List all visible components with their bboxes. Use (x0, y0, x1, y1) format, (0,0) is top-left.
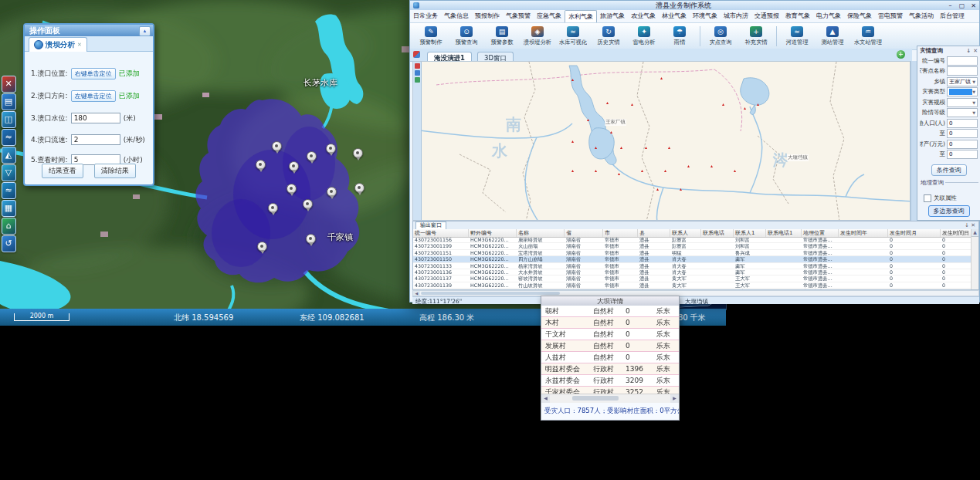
location-pin[interactable] (272, 141, 282, 151)
close-button[interactable]: ✕ (968, 2, 979, 9)
table-row[interactable]: 430723001137HCM3G62220…窑坡湾滑坡湖南省常德市澧县黄大军王… (413, 275, 972, 282)
toolbar-button-alert-params[interactable]: ▤预警参数 (484, 26, 520, 46)
gis-map-view[interactable]: 南 水 涔 王家厂镇 大堰垱镇 ▴▴▴▴▴▴▴▴▴▴▴▴▴▴▴▴▴▴▴▴▴▴▴▴ (412, 61, 910, 221)
input-field[interactable]: 0 (947, 140, 978, 149)
select-field[interactable]: ▼ (947, 108, 978, 117)
toolbar-button-lightning[interactable]: ✦雷电分析 (626, 26, 662, 46)
pick-position-button[interactable]: 右键单击定位 (71, 68, 116, 79)
menu-item-5[interactable]: 应急气象 (534, 10, 565, 22)
station-marker-icon[interactable]: ▴ (587, 117, 589, 122)
toolbar-button-station[interactable]: ▲测站管理 (815, 26, 850, 46)
toolbar-button-disaster-point[interactable]: ◎灾点查询 (703, 26, 738, 46)
menu-item-17[interactable]: 气象活动 (906, 10, 937, 22)
maximize-button[interactable]: ▢ (956, 2, 968, 9)
menu-item-13[interactable]: 教育气象 (782, 10, 813, 22)
menu-item-1[interactable]: 日常业务 (410, 10, 441, 22)
station-marker-icon[interactable]: ▴ (606, 100, 609, 105)
column-header[interactable]: 县 (638, 229, 670, 237)
station-marker-icon[interactable]: ▴ (610, 130, 612, 134)
location-pin[interactable] (256, 160, 266, 170)
menu-item-12[interactable]: 交通预报 (751, 10, 782, 22)
location-pin[interactable] (303, 199, 313, 209)
location-pin[interactable] (307, 151, 317, 161)
input-field[interactable] (947, 56, 978, 66)
add-tab-button[interactable]: + (897, 50, 905, 59)
output-tab[interactable]: 输出窗口 (415, 221, 446, 229)
column-header[interactable]: 联系人 (670, 229, 701, 237)
village-row[interactable]: 明益村委会行政村1396乐东 (541, 363, 679, 375)
column-header[interactable]: 联系人1 (734, 229, 766, 237)
table-row[interactable]: 430723001133HCM3G62220…杨家湾滑坡湖南省常德市澧县肖大春龚… (413, 263, 972, 269)
input-field[interactable]: 0 (947, 129, 978, 138)
layers-tool-icon[interactable]: ▤ (2, 93, 16, 110)
menu-item-2[interactable]: 气象信息 (441, 10, 472, 22)
scroll-right-icon[interactable]: ▶ (670, 394, 679, 403)
menu-item-4[interactable]: 气象预警 (503, 10, 534, 22)
swipe-tool-icon[interactable]: ◫ (2, 111, 16, 128)
station-marker-icon[interactable]: ▴ (571, 139, 574, 144)
station-marker-icon[interactable]: ▴ (620, 145, 622, 150)
village-row[interactable]: 发展村自然村0乐东 (541, 340, 679, 352)
menu-item-8[interactable]: 农业气象 (628, 10, 659, 22)
table-row[interactable]: 430723001141HCM3G62220…毛家峪崩塌湖南省常德市澧县黄大军王… (413, 289, 972, 289)
input-field[interactable]: 0 (947, 119, 978, 128)
station-marker-icon[interactable]: ▴ (660, 76, 663, 80)
toolbar-button-river[interactable]: ≈河道管理 (779, 26, 815, 46)
vertical-scrollbar[interactable]: ▲ (971, 229, 978, 289)
input-field[interactable]: 0 (947, 150, 978, 159)
close-icon[interactable]: ✕ (973, 48, 978, 54)
station-marker-icon[interactable]: ▴ (656, 187, 659, 191)
menu-item-18[interactable]: 后台管理 (937, 10, 968, 22)
station-marker-icon[interactable]: ▴ (710, 164, 713, 168)
assoc-attr-checkbox[interactable]: 关联属性 (919, 193, 978, 204)
location-pin[interactable] (327, 187, 337, 197)
station-marker-icon[interactable]: ▴ (744, 106, 746, 110)
table-row[interactable]: 430723001199HCM3G62220…火山崩塌湖南省常德市澧县彭显富刘和… (413, 243, 972, 249)
station-marker-icon[interactable]: ▴ (595, 145, 597, 150)
toolbar-button-alert-search[interactable]: ⊙预警查询 (449, 26, 484, 46)
toolbar-button-reservoir[interactable]: ≈水库可视化 (555, 26, 591, 46)
village-row[interactable]: 木村自然村0乐东 (541, 317, 679, 329)
location-pin[interactable] (289, 161, 299, 171)
menu-item-11[interactable]: 城市内涝 (721, 10, 751, 22)
station-marker-icon[interactable]: ▴ (645, 145, 647, 150)
scroll-up-icon[interactable]: ▲ (972, 229, 978, 237)
menu-item-6[interactable]: 水利气象 (565, 10, 597, 22)
column-header[interactable]: 发生时间年 (839, 229, 888, 237)
strip-blue-icon[interactable] (415, 70, 420, 76)
village-row[interactable]: 干文村自然村0乐东 (541, 329, 679, 340)
wave-tool-icon[interactable]: ≈ (2, 182, 16, 199)
reset-tool-icon[interactable]: ↺ (2, 235, 16, 252)
table-row[interactable]: 430723001156HCM3G62220…康家峪滑坡湖南省常德市澧县彭显富刘… (413, 237, 972, 243)
station-marker-icon[interactable]: ▴ (641, 168, 643, 173)
station-marker-icon[interactable]: ▴ (571, 168, 574, 173)
column-header[interactable]: 联系电话 (701, 229, 734, 237)
table-row[interactable]: 430723001139HCM3G62220…竹山坡滑坡湖南省常德市澧县黄大军王… (413, 282, 972, 289)
collapsed-layer-strip[interactable] (413, 62, 422, 220)
collapse-button[interactable]: ▴ (139, 26, 151, 36)
select-field[interactable]: ▼ (947, 98, 978, 107)
water-tool-icon[interactable]: ▽ (2, 164, 16, 181)
station-marker-icon[interactable]: ▴ (595, 168, 597, 173)
condition-search-button[interactable]: 条件查询 (931, 164, 967, 176)
village-hscrollbar[interactable]: ◀ ▶ (541, 394, 679, 403)
column-header[interactable]: 省 (565, 229, 603, 237)
station-marker-icon[interactable]: ▴ (631, 102, 633, 106)
menu-item-10[interactable]: 环境气象 (690, 10, 721, 22)
window-titlebar[interactable]: 澧县业务制作系统 – ▢ ✕ (410, 1, 979, 10)
grid-tool-icon[interactable]: ▦ (2, 200, 16, 217)
toolbar-button-hydro-station[interactable]: ♒水文站管理 (850, 26, 886, 46)
tab-close-icon[interactable]: ✕ (77, 42, 82, 48)
location-pin[interactable] (268, 203, 278, 213)
toolbar-button-history[interactable]: ↻历史灾情 (591, 26, 626, 46)
location-pin[interactable] (326, 144, 336, 154)
clear-result-button[interactable]: 清除结果 (94, 164, 136, 178)
menu-item-9[interactable]: 林业气象 (659, 10, 690, 22)
station-marker-icon[interactable]: ▴ (668, 145, 670, 150)
column-header[interactable]: 发生时间月 (888, 229, 941, 237)
menu-item-7[interactable]: 旅游气象 (597, 10, 628, 22)
scroll-thumb[interactable] (572, 396, 619, 401)
close-tool-icon[interactable]: ✕ (2, 76, 16, 93)
location-pin[interactable] (354, 183, 365, 193)
strip-red-icon[interactable] (415, 63, 420, 69)
